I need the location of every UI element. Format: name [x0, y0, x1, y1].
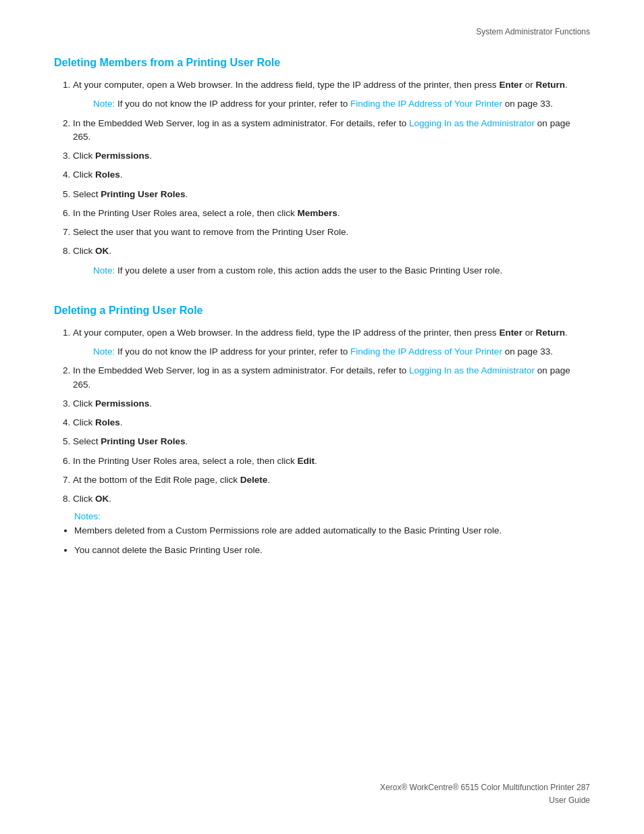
- s2-step6-bold: Edit: [297, 456, 315, 466]
- section1-step3: Click Permissions.: [73, 149, 590, 163]
- s2-step3-text: Click Permissions.: [73, 398, 152, 409]
- section1-steps: At your computer, open a Web browser. In…: [66, 78, 590, 278]
- logging-in-link1[interactable]: Logging In as the Administrator: [409, 118, 535, 128]
- step6-bold: Members: [297, 208, 337, 218]
- s2-step5-bold: Printing User Roles: [101, 436, 185, 446]
- section2-step1: At your computer, open a Web browser. In…: [73, 326, 590, 359]
- section2-title: Deleting a Printing User Role: [54, 305, 590, 317]
- step4-text: Click Roles.: [73, 170, 123, 180]
- note-text-3-after: on page 33.: [502, 346, 553, 357]
- section-deleting-role: Deleting a Printing User Role At your co…: [54, 305, 590, 557]
- step1-bold-enter: Enter: [499, 80, 522, 90]
- page-container: System Administrator Functions Deleting …: [0, 0, 644, 834]
- note-text-2: If you delete a user from a custom role,…: [117, 265, 502, 276]
- section2-notes-list: Members deleted from a Custom Permission…: [68, 524, 590, 557]
- section1-step4: Click Roles.: [73, 168, 590, 182]
- section1-step1-note: Note: If you do not know the IP address …: [93, 97, 590, 111]
- s2-step2-text: In the Embedded Web Server, log in as a …: [73, 365, 409, 375]
- step3-bold: Permissions: [95, 151, 149, 161]
- s2-step7-bold: Delete: [240, 475, 268, 485]
- s2-step8-text: Click OK.: [73, 494, 111, 504]
- note-label-2: Note:: [93, 265, 115, 276]
- section2-steps: At your computer, open a Web browser. In…: [66, 326, 590, 506]
- page-header: System Administrator Functions: [54, 27, 590, 36]
- s2-step1-bold-enter: Enter: [499, 328, 522, 338]
- step7-text: Select the user that you want to remove …: [73, 227, 348, 237]
- note-text-after: on page 33.: [502, 99, 553, 109]
- section1-title: Deleting Members from a Printing User Ro…: [54, 57, 590, 69]
- section2-step6: In the Printing User Roles area, select …: [73, 454, 590, 468]
- step5-text: Select Printing User Roles.: [73, 189, 188, 199]
- section2-step1-note: Note: If you do not know the IP address …: [93, 345, 590, 359]
- step4-bold: Roles: [95, 170, 120, 180]
- step3-text: Click Permissions.: [73, 151, 152, 161]
- note-item-2-text: You cannot delete the Basic Printing Use…: [74, 545, 263, 555]
- s2-step5-text: Select Printing User Roles.: [73, 436, 188, 446]
- step8-bold: OK: [95, 246, 109, 256]
- note-text: If you do not know the IP address for yo…: [117, 99, 350, 109]
- note-text-3: If you do not know the IP address for yo…: [117, 346, 350, 357]
- s2-step1-bold-return: Return: [535, 328, 565, 338]
- s2-step6-text: In the Printing User Roles area, select …: [73, 456, 317, 466]
- section-deleting-members: Deleting Members from a Printing User Ro…: [54, 57, 590, 278]
- finding-ip-link1[interactable]: Finding the IP Address of Your Printer: [350, 99, 502, 109]
- note-label: Note:: [93, 99, 115, 109]
- s2-step4-text: Click Roles.: [73, 417, 123, 427]
- note-label-3: Note:: [93, 346, 115, 357]
- footer-line2: User Guide: [380, 794, 590, 807]
- step1-bold-return: Return: [535, 80, 565, 90]
- section1-step8-note: Note: If you delete a user from a custom…: [93, 264, 590, 278]
- step8-text: Click OK.: [73, 246, 111, 256]
- section2-step5: Select Printing User Roles.: [73, 435, 590, 448]
- s2-step3-bold: Permissions: [95, 398, 149, 409]
- section2-step2: In the Embedded Web Server, log in as a …: [73, 364, 590, 392]
- header-label: System Administrator Functions: [476, 27, 590, 36]
- logging-in-link2[interactable]: Logging In as the Administrator: [409, 365, 535, 375]
- note-item-1-text: Members deleted from a Custom Permission…: [74, 525, 502, 536]
- section1-step7: Select the user that you want to remove …: [73, 226, 590, 239]
- section2-step3: Click Permissions.: [73, 397, 590, 411]
- section1-step5: Select Printing User Roles.: [73, 188, 590, 201]
- s2-step7-text: At the bottom of the Edit Role page, cli…: [73, 475, 270, 485]
- note-item-1: Members deleted from a Custom Permission…: [74, 524, 590, 538]
- step6-text: In the Printing User Roles area, select …: [73, 208, 340, 218]
- notes-label: Notes:: [74, 511, 590, 521]
- section1-step6: In the Printing User Roles area, select …: [73, 207, 590, 220]
- step5-bold: Printing User Roles: [101, 189, 185, 199]
- s2-step8-bold: OK: [95, 494, 109, 504]
- section2-step8: Click OK.: [73, 492, 590, 506]
- step2-text: In the Embedded Web Server, log in as a …: [73, 118, 409, 128]
- section1-step8: Click OK. Note: If you delete a user fro…: [73, 244, 590, 278]
- page-footer: Xerox® WorkCentre® 6515 Color Multifunct…: [380, 781, 590, 807]
- footer-line1: Xerox® WorkCentre® 6515 Color Multifunct…: [380, 781, 590, 794]
- note-item-2: You cannot delete the Basic Printing Use…: [74, 544, 590, 557]
- section2-step7: At the bottom of the Edit Role page, cli…: [73, 473, 590, 487]
- finding-ip-link2[interactable]: Finding the IP Address of Your Printer: [350, 346, 502, 357]
- step1-text: At your computer, open a Web browser. In…: [73, 80, 568, 90]
- section1-step2: In the Embedded Web Server, log in as a …: [73, 117, 590, 145]
- s2-step1-text: At your computer, open a Web browser. In…: [73, 328, 568, 338]
- section1-step1: At your computer, open a Web browser. In…: [73, 78, 590, 111]
- s2-step4-bold: Roles: [95, 417, 120, 427]
- section2-step4: Click Roles.: [73, 416, 590, 429]
